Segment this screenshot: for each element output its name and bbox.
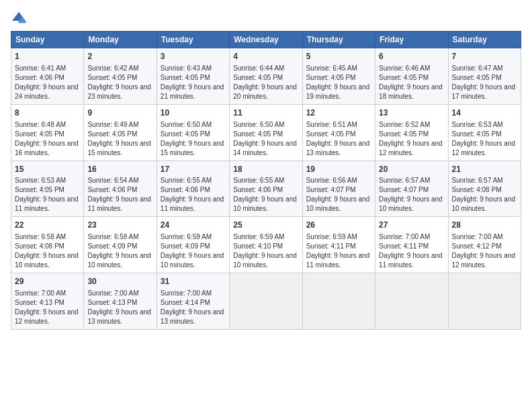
header-sunday: Sunday — [11, 32, 84, 48]
day-detail: Sunrise: 6:54 AMSunset: 4:06 PMDaylight:… — [87, 177, 151, 212]
day-detail: Sunrise: 6:43 AMSunset: 4:05 PMDaylight:… — [161, 64, 224, 100]
day-detail: Sunrise: 6:53 AMSunset: 4:05 PMDaylight:… — [15, 177, 79, 212]
day-number: 6 — [379, 51, 444, 62]
day-number: 18 — [233, 164, 298, 175]
calendar-cell: 27Sunrise: 7:00 AMSunset: 4:11 PMDayligh… — [375, 217, 448, 273]
main-container: Sunday Monday Tuesday Wednesday Thursday… — [0, 0, 532, 335]
day-number: 26 — [306, 220, 371, 231]
day-detail: Sunrise: 6:59 AMSunset: 4:11 PMDaylight:… — [306, 233, 370, 269]
calendar-cell: 7Sunrise: 6:47 AMSunset: 4:05 PMDaylight… — [448, 48, 521, 105]
day-number: 25 — [233, 220, 298, 231]
day-number: 1 — [15, 51, 80, 62]
day-number: 9 — [87, 107, 152, 119]
calendar-cell: 23Sunrise: 6:58 AMSunset: 4:09 PMDayligh… — [84, 217, 157, 273]
day-detail: Sunrise: 6:46 AMSunset: 4:05 PMDaylight:… — [379, 64, 443, 100]
header — [11, 11, 521, 24]
day-number: 2 — [87, 51, 152, 62]
calendar-cell: 17Sunrise: 6:55 AMSunset: 4:06 PMDayligh… — [157, 161, 229, 217]
day-detail: Sunrise: 6:58 AMSunset: 4:09 PMDaylight:… — [87, 233, 151, 269]
calendar-cell: 29Sunrise: 7:00 AMSunset: 4:13 PMDayligh… — [11, 273, 84, 330]
day-number: 21 — [452, 164, 517, 175]
day-detail: Sunrise: 6:50 AMSunset: 4:05 PMDaylight:… — [233, 121, 297, 156]
day-detail: Sunrise: 7:00 AMSunset: 4:13 PMDaylight:… — [87, 289, 151, 325]
day-detail: Sunrise: 6:55 AMSunset: 4:06 PMDaylight:… — [161, 177, 224, 212]
day-detail: Sunrise: 7:00 AMSunset: 4:12 PMDaylight:… — [452, 233, 516, 269]
day-detail: Sunrise: 6:51 AMSunset: 4:05 PMDaylight:… — [306, 121, 370, 156]
day-number: 28 — [452, 220, 517, 231]
day-detail: Sunrise: 6:45 AMSunset: 4:05 PMDaylight:… — [306, 64, 370, 100]
calendar-cell: 2Sunrise: 6:42 AMSunset: 4:05 PMDaylight… — [84, 48, 157, 105]
day-number: 27 — [379, 220, 444, 231]
day-number: 3 — [161, 51, 226, 62]
calendar-cell: 21Sunrise: 6:57 AMSunset: 4:08 PMDayligh… — [448, 161, 521, 217]
day-number: 15 — [15, 164, 80, 175]
calendar-cell: 9Sunrise: 6:49 AMSunset: 4:05 PMDaylight… — [84, 104, 157, 161]
calendar-cell: 8Sunrise: 6:48 AMSunset: 4:05 PMDaylight… — [11, 104, 84, 161]
calendar-row-1: 1Sunrise: 6:41 AMSunset: 4:06 PMDaylight… — [11, 48, 521, 105]
day-detail: Sunrise: 6:58 AMSunset: 4:08 PMDaylight:… — [15, 233, 79, 269]
calendar-cell — [230, 273, 302, 330]
calendar-cell: 4Sunrise: 6:44 AMSunset: 4:05 PMDaylight… — [230, 48, 302, 105]
day-number: 11 — [233, 107, 298, 119]
day-detail: Sunrise: 6:53 AMSunset: 4:05 PMDaylight:… — [452, 121, 516, 156]
calendar-cell: 15Sunrise: 6:53 AMSunset: 4:05 PMDayligh… — [11, 161, 84, 217]
calendar-cell: 10Sunrise: 6:50 AMSunset: 4:05 PMDayligh… — [157, 104, 229, 161]
calendar-cell: 3Sunrise: 6:43 AMSunset: 4:05 PMDaylight… — [157, 48, 229, 105]
day-number: 5 — [306, 51, 371, 62]
calendar-cell: 31Sunrise: 7:00 AMSunset: 4:14 PMDayligh… — [157, 273, 229, 330]
calendar-row-4: 22Sunrise: 6:58 AMSunset: 4:08 PMDayligh… — [11, 217, 521, 273]
calendar-cell: 12Sunrise: 6:51 AMSunset: 4:05 PMDayligh… — [302, 104, 375, 161]
day-number: 20 — [379, 164, 444, 175]
header-tuesday: Tuesday — [157, 32, 229, 48]
day-detail: Sunrise: 7:00 AMSunset: 4:14 PMDaylight:… — [161, 289, 224, 325]
day-number: 19 — [306, 164, 371, 175]
header-wednesday: Wednesday — [230, 32, 302, 48]
day-number: 24 — [161, 220, 226, 231]
day-number: 14 — [452, 107, 517, 119]
calendar-cell: 1Sunrise: 6:41 AMSunset: 4:06 PMDaylight… — [11, 48, 84, 105]
day-detail: Sunrise: 6:49 AMSunset: 4:05 PMDaylight:… — [87, 121, 151, 156]
day-detail: Sunrise: 6:56 AMSunset: 4:07 PMDaylight:… — [306, 177, 370, 212]
calendar-cell — [302, 273, 375, 330]
calendar-row-3: 15Sunrise: 6:53 AMSunset: 4:05 PMDayligh… — [11, 161, 521, 217]
day-detail: Sunrise: 6:47 AMSunset: 4:05 PMDaylight:… — [452, 64, 516, 100]
calendar-cell — [448, 273, 521, 330]
calendar-cell: 5Sunrise: 6:45 AMSunset: 4:05 PMDaylight… — [302, 48, 375, 105]
day-number: 4 — [233, 51, 298, 62]
header-friday: Friday — [375, 32, 448, 48]
calendar-cell: 28Sunrise: 7:00 AMSunset: 4:12 PMDayligh… — [448, 217, 521, 273]
day-detail: Sunrise: 6:55 AMSunset: 4:06 PMDaylight:… — [233, 177, 297, 212]
calendar-cell: 11Sunrise: 6:50 AMSunset: 4:05 PMDayligh… — [230, 104, 302, 161]
calendar-cell: 19Sunrise: 6:56 AMSunset: 4:07 PMDayligh… — [302, 161, 375, 217]
day-detail: Sunrise: 7:00 AMSunset: 4:13 PMDaylight:… — [15, 289, 79, 325]
header-thursday: Thursday — [302, 32, 375, 48]
day-number: 31 — [161, 276, 226, 287]
day-number: 8 — [15, 107, 80, 119]
calendar-cell: 20Sunrise: 6:57 AMSunset: 4:07 PMDayligh… — [375, 161, 448, 217]
calendar-cell: 18Sunrise: 6:55 AMSunset: 4:06 PMDayligh… — [230, 161, 302, 217]
header-saturday: Saturday — [448, 32, 521, 48]
calendar-cell: 16Sunrise: 6:54 AMSunset: 4:06 PMDayligh… — [84, 161, 157, 217]
day-number: 22 — [15, 220, 80, 231]
calendar-cell — [375, 273, 448, 330]
calendar-cell: 6Sunrise: 6:46 AMSunset: 4:05 PMDaylight… — [375, 48, 448, 105]
logo — [11, 11, 30, 24]
day-detail: Sunrise: 6:41 AMSunset: 4:06 PMDaylight:… — [15, 64, 79, 100]
day-number: 13 — [379, 107, 444, 119]
day-number: 23 — [87, 220, 152, 231]
calendar-cell: 26Sunrise: 6:59 AMSunset: 4:11 PMDayligh… — [302, 217, 375, 273]
day-detail: Sunrise: 6:59 AMSunset: 4:10 PMDaylight:… — [233, 233, 297, 269]
day-number: 17 — [161, 164, 226, 175]
calendar-cell: 24Sunrise: 6:59 AMSunset: 4:09 PMDayligh… — [157, 217, 229, 273]
day-number: 10 — [161, 107, 226, 119]
day-detail: Sunrise: 6:59 AMSunset: 4:09 PMDaylight:… — [161, 233, 224, 269]
calendar-cell: 30Sunrise: 7:00 AMSunset: 4:13 PMDayligh… — [84, 273, 157, 330]
day-number: 16 — [87, 164, 152, 175]
logo-icon — [11, 11, 27, 24]
calendar-row-5: 29Sunrise: 7:00 AMSunset: 4:13 PMDayligh… — [11, 273, 521, 330]
calendar-row-2: 8Sunrise: 6:48 AMSunset: 4:05 PMDaylight… — [11, 104, 521, 161]
calendar-table: Sunday Monday Tuesday Wednesday Thursday… — [11, 31, 521, 330]
day-detail: Sunrise: 6:57 AMSunset: 4:08 PMDaylight:… — [452, 177, 516, 212]
day-detail: Sunrise: 6:44 AMSunset: 4:05 PMDaylight:… — [233, 64, 297, 100]
day-detail: Sunrise: 6:42 AMSunset: 4:05 PMDaylight:… — [87, 64, 151, 100]
